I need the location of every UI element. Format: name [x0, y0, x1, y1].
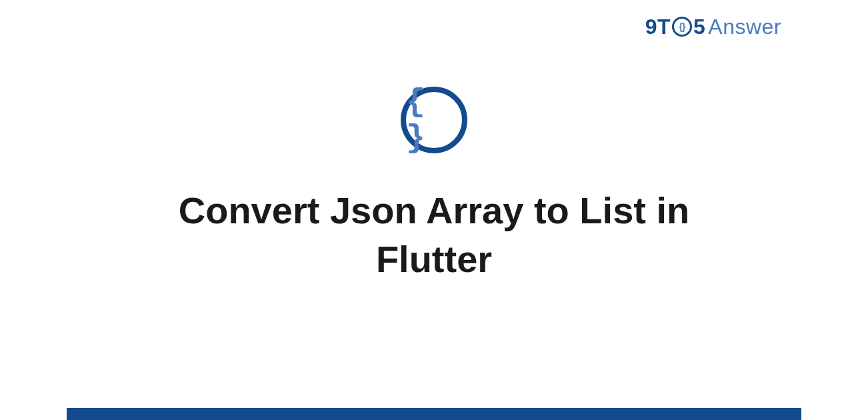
logo-circle-icon: {} — [672, 17, 692, 37]
bottom-accent-bar — [67, 408, 801, 420]
site-logo: 9T {} 5 Answer — [645, 15, 781, 39]
page-title: Convert Json Array to List in Flutter — [134, 187, 734, 284]
braces-icon: { } — [406, 84, 462, 156]
braces-circle-icon: { } — [401, 87, 467, 153]
logo-braces-small: {} — [679, 21, 685, 32]
logo-text-answer: Answer — [708, 15, 781, 39]
logo-text-9t: 9T — [645, 15, 671, 39]
logo-text-5: 5 — [693, 15, 705, 39]
main-content: { } Convert Json Array to List in Flutte… — [0, 87, 868, 284]
